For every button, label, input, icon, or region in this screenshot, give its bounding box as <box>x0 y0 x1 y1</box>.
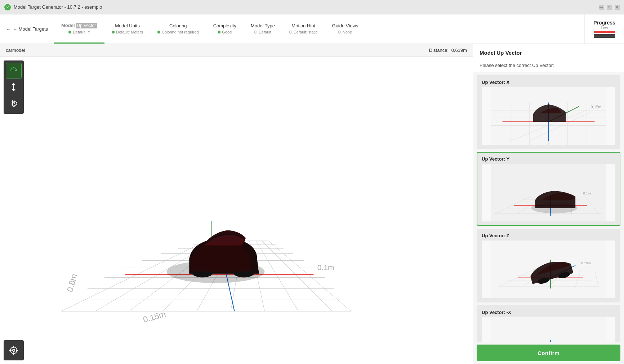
step-coloring-sublabel: Coloring not required <box>162 30 199 34</box>
step-complexity-sublabel: Good <box>222 30 232 34</box>
up-vector-z-card[interactable]: Up Vector: Z <box>477 229 620 302</box>
svg-line-30 <box>268 241 351 311</box>
app-title: Model Target Generator - 10.7.2 - esempi… <box>14 4 599 10</box>
step-model-up-sublabel: Default: Y <box>73 30 90 34</box>
step-dot-modeltype <box>254 31 257 33</box>
step-complexity[interactable]: Complexity Good <box>206 14 244 44</box>
step-model-units[interactable]: Model Units Default: Meters <box>104 14 150 44</box>
step-motion-label: Motion Hint <box>291 23 315 28</box>
back-arrow-icon: ← <box>6 26 10 32</box>
up-vector-neg-x-label: Up Vector: -X <box>482 310 615 315</box>
minimize-button[interactable]: — <box>599 5 604 10</box>
up-vector-neg-x-card[interactable]: Up Vector: -X <box>477 305 620 342</box>
svg-text:0.1m: 0.1m <box>583 191 591 195</box>
svg-text:0.15m: 0.15m <box>581 261 591 265</box>
svg-rect-87 <box>491 317 606 342</box>
step-units-sublabel: Default: Meters <box>116 30 143 34</box>
right-panel-subtitle: Please select the correct Up Vector: <box>473 59 624 72</box>
step-modeltype-label: Model Type <box>251 23 275 28</box>
confirm-button[interactable]: Confirm <box>477 345 620 361</box>
step-motion-sub: Default: static <box>289 30 318 34</box>
progress-label: Progress <box>593 20 615 26</box>
back-button-label: ← Model Targets <box>13 26 48 32</box>
step-guide-views[interactable]: Guide Views None <box>325 14 366 44</box>
progress-bar-red <box>594 31 615 33</box>
maximize-button[interactable]: □ <box>607 5 612 10</box>
step-dot-coloring <box>157 31 160 33</box>
step-modeltype-sub: Default <box>254 30 271 34</box>
svg-text:0.8m: 0.8m <box>65 273 79 293</box>
main-area: carmodel Distance: 0.619m <box>0 44 624 364</box>
step-complexity-sub: Good <box>218 30 232 34</box>
step-dot-units <box>112 31 115 33</box>
step-model-up-vector[interactable]: Model Up Vector Default: Y <box>54 14 104 44</box>
right-panel: Model Up Vector Please select the correc… <box>473 44 624 364</box>
up-vector-x-label: Up Vector: X <box>482 80 615 85</box>
step-guideviews-label: Guide Views <box>332 23 358 28</box>
svg-text:0.1m: 0.1m <box>317 263 334 271</box>
back-button[interactable]: ← ← Model Targets <box>0 14 54 44</box>
close-button[interactable]: ✕ <box>615 5 620 10</box>
up-vector-x-preview: 0.15m <box>482 87 615 145</box>
3d-scene[interactable]: 0.15m 0.8m 0.1m <box>0 44 473 364</box>
svg-text:0.15m: 0.15m <box>591 105 602 109</box>
step-dot-complexity <box>218 31 220 33</box>
up-vector-y-card[interactable]: Up Vector: Y <box>477 152 620 226</box>
toolbar: ← ← Model Targets Model Up Vector Defaul… <box>0 14 624 44</box>
step-modeltype-sublabel: Default <box>259 30 271 34</box>
right-panel-header: Model Up Vector <box>473 44 624 59</box>
step-model-label: Model <box>61 23 75 28</box>
up-vector-x-card[interactable]: Up Vector: X <box>477 75 620 149</box>
step-coloring[interactable]: Coloring Coloring not required <box>150 14 206 44</box>
step-coloring-label: Coloring <box>169 23 187 28</box>
step-units-sub: Default: Meters <box>112 30 143 34</box>
step-motion-sublabel: Default: static <box>294 30 318 34</box>
step-model-up-sub: Default: Y <box>68 30 90 34</box>
progress-bars <box>594 31 615 38</box>
up-vector-z-preview: 0.15m <box>482 241 615 298</box>
svg-text:0.15m: 0.15m <box>142 309 166 324</box>
viewport-area: carmodel Distance: 0.619m <box>0 44 473 364</box>
app-icon: V <box>4 4 11 10</box>
up-vector-y-label: Up Vector: Y <box>482 156 615 162</box>
svg-line-29 <box>262 241 333 311</box>
step-complexity-label: Complexity <box>213 23 236 28</box>
step-units-label: Model Units <box>115 23 140 28</box>
step-guideviews-sub: None <box>338 30 352 34</box>
step-dot-uv <box>68 31 71 33</box>
progress-sublabel: Low <box>601 26 608 30</box>
window-controls: — □ ✕ <box>599 5 620 10</box>
step-up-vector-highlight: Up Vector <box>76 23 98 28</box>
up-vector-y-preview: 0.1m <box>482 164 615 221</box>
step-motion-hint[interactable]: Motion Hint Default: static <box>282 14 325 44</box>
up-vector-list: Up Vector: X <box>473 72 624 342</box>
titlebar: V Model Target Generator - 10.7.2 - esem… <box>0 0 624 14</box>
step-guideviews-sublabel: None <box>343 30 352 34</box>
step-model-type[interactable]: Model Type Default <box>244 14 282 44</box>
progress-bar-dark1 <box>594 34 615 36</box>
progress-bar-dark2 <box>594 36 615 38</box>
progress-item: Progress Low <box>584 14 624 44</box>
step-dot-motion <box>289 31 292 33</box>
toolbar-steps: Model Up Vector Default: Y Model Units D… <box>54 14 624 44</box>
step-dot-guideviews <box>338 31 341 33</box>
up-vector-z-label: Up Vector: Z <box>482 233 615 238</box>
up-vector-neg-x-preview <box>482 317 615 342</box>
step-coloring-sub: Coloring not required <box>157 30 199 34</box>
